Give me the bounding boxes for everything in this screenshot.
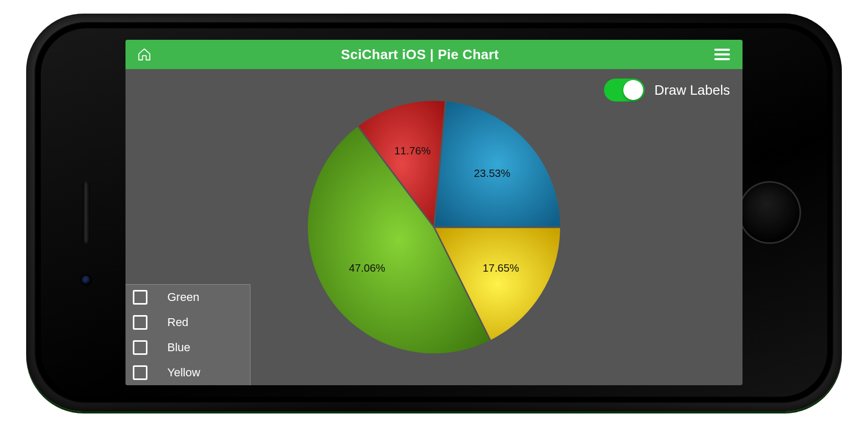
device-home-button[interactable] [738,181,801,244]
legend-label: Red [167,316,250,329]
content-area: Draw Labels 17.65%47.06%11.76%23.53% Gre… [125,69,743,385]
legend-label: Blue [167,341,250,354]
page-title: SciChart iOS | Pie Chart [125,47,714,63]
pie-label-red: 11.76% [394,144,431,156]
legend-checkbox[interactable] [133,290,147,305]
legend-item-green[interactable]: Green [125,285,250,310]
legend-label: Yellow [167,366,250,379]
legend: Green Red Blue Yellow [125,284,250,385]
pie-svg: 17.65%47.06%11.76%23.53% [288,81,580,374]
pie-slice-blue[interactable] [434,100,561,227]
device-camera-icon [82,275,91,285]
legend-checkbox[interactable] [133,315,147,330]
legend-checkbox[interactable] [133,340,147,355]
legend-item-red[interactable]: Red [125,310,250,335]
pie-label-yellow: 17.65% [483,262,519,274]
legend-label: Green [167,290,250,304]
device-speaker [83,181,90,244]
pie-label-blue: 23.53% [474,167,510,179]
legend-checkbox[interactable] [133,365,147,380]
legend-item-yellow[interactable]: Yellow [125,360,250,385]
screen: SciChart iOS | Pie Chart Draw Labels [125,40,743,385]
navbar: SciChart iOS | Pie Chart [125,40,743,69]
hamburger-menu-icon[interactable] [714,49,730,60]
device-frame: SciChart iOS | Pie Chart Draw Labels [26,14,842,411]
pie-label-green: 47.06% [349,262,385,274]
legend-item-blue[interactable]: Blue [125,335,250,360]
